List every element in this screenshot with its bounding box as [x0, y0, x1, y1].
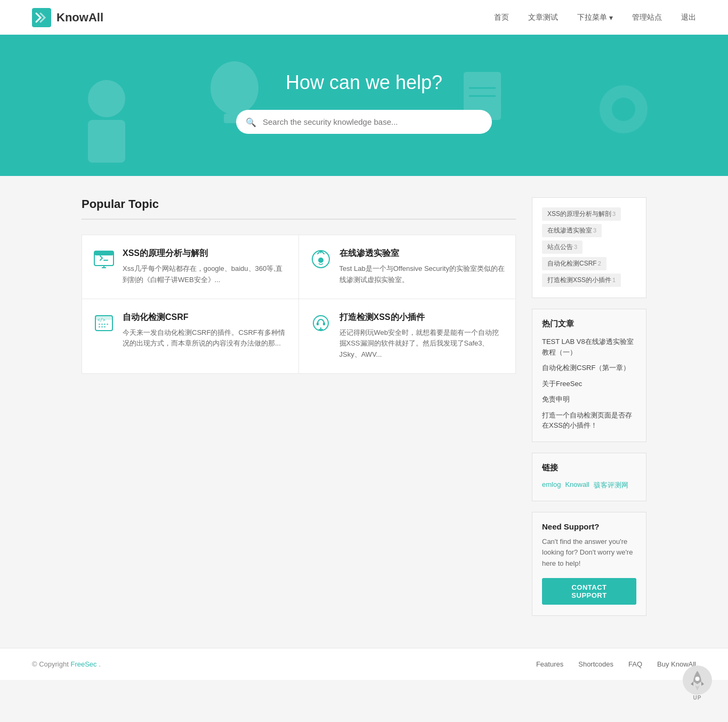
tag-csrf[interactable]: 自动化检测CSRF2 [542, 257, 606, 270]
topic-content-xss: XSS的原理分析与解剖 Xss几乎每个网站都存在，google、baidu、36… [123, 248, 288, 286]
hot-articles-widget: 热门文章 TEST LAB V8在线渗透实验室教程（一） 自动化检测CSRF（第… [532, 309, 646, 442]
svg-rect-2 [88, 120, 125, 163]
topic-icon-xss-plugin [310, 312, 332, 334]
hot-article-5[interactable]: 打造一个自动检测页面是否存在XSS的小插件！ [542, 410, 636, 431]
svg-point-16 [318, 258, 323, 263]
tag-lab[interactable]: 在线渗透实验室3 [542, 224, 602, 237]
link-emlog[interactable]: emlog [542, 480, 561, 490]
topic-icon-lab [310, 248, 332, 270]
divider [82, 219, 516, 220]
contact-support-button[interactable]: CONTACT SUPPORT [542, 578, 636, 605]
hero-section: How can we help? 🔍 [0, 35, 728, 176]
tag-xss-plugin[interactable]: 打造检测XSS的小插件1 [542, 274, 621, 287]
search-icon: 🔍 [246, 117, 256, 127]
logo-icon [32, 8, 51, 27]
hot-article-2[interactable]: 自动化检测CSRF（第一章） [542, 363, 636, 373]
nav-admin[interactable]: 管理站点 [632, 13, 662, 22]
topic-content-csrf: 自动化检测CSRF 今天来一发自动化检测CSRF的插件。CSRF有多种情况的出现… [123, 312, 288, 350]
link-knowall[interactable]: Knowall [565, 480, 589, 490]
hot-article-4[interactable]: 免责申明 [542, 394, 636, 405]
search-input[interactable] [236, 110, 492, 134]
right-column: XSS的原理分析与解剖3 在线渗透实验室3 站点公告3 自动化检测CSRF2 打… [532, 197, 646, 616]
svg-rect-11 [94, 251, 114, 255]
logo[interactable]: KnowAll [32, 8, 103, 27]
topic-icon-xss [93, 248, 115, 270]
topic-card-csrf[interactable]: </> 自动化检测CSRF 今天来一发自动化检测CSRF的插件。CSRF有多种情… [82, 299, 299, 373]
tag-xss[interactable]: XSS的原理分析与解剖3 [542, 207, 621, 221]
footer-right: Features Shortcodes FAQ Buy KnowAll [536, 660, 696, 668]
hot-article-1[interactable]: TEST LAB V8在线渗透实验室教程（一） [542, 336, 636, 357]
topic-content-xss-plugin: 打造检测XSS的小插件 还记得刚玩Web安全时，就想着要是能有一个自动挖掘XSS… [339, 312, 505, 360]
svg-point-3 [211, 61, 258, 115]
support-description: Can't find the answer you're looking for… [542, 536, 636, 569]
svg-point-1 [88, 80, 125, 117]
nav-dropdown[interactable]: 下拉菜单 ▾ [577, 13, 613, 22]
rocket-icon [683, 665, 712, 680]
logo-text: KnowAll [56, 11, 103, 25]
footer-shortcodes[interactable]: Shortcodes [578, 660, 613, 668]
links-title: 链接 [542, 463, 636, 473]
link-tags: emlog Knowall 骇客评测网 [542, 480, 636, 490]
topic-card-xss-plugin[interactable]: 打造检测XSS的小插件 还记得刚玩Web安全时，就想着要是能有一个自动挖掘XSS… [299, 299, 516, 373]
main-content: Popular Topic XSS的原理分析与解剖 Xs [71, 176, 657, 648]
tag-notice[interactable]: 站点公告3 [542, 240, 583, 254]
link-haike[interactable]: 骇客评测网 [594, 480, 628, 490]
hot-articles-title: 热门文章 [542, 319, 636, 329]
nav-home[interactable]: 首页 [494, 13, 509, 22]
support-title: Need Support? [542, 522, 636, 531]
footer-left: © Copyright FreeSec . [32, 660, 101, 668]
nav-articles[interactable]: 文章测试 [528, 13, 558, 22]
section-title: Popular Topic [82, 197, 516, 211]
topics-grid: XSS的原理分析与解剖 Xss几乎每个网站都存在，google、baidu、36… [82, 235, 516, 374]
chevron-down-icon: ▾ [609, 13, 613, 22]
footer-features[interactable]: Features [536, 660, 563, 668]
scroll-to-top[interactable]: UP [683, 665, 712, 680]
nav: 首页 文章测试 下拉菜单 ▾ 管理站点 退出 [494, 13, 696, 22]
hero-background [0, 35, 728, 176]
topic-icon-csrf: </> [93, 312, 115, 334]
left-column: Popular Topic XSS的原理分析与解剖 Xs [82, 197, 516, 374]
hot-article-3[interactable]: 关于FreeSec [542, 379, 636, 389]
svg-text:</>: </> [98, 318, 106, 323]
footer-faq[interactable]: FAQ [628, 660, 642, 668]
tag-list: XSS的原理分析与解剖3 在线渗透实验室3 站点公告3 自动化检测CSRF2 打… [542, 207, 636, 287]
topic-card-xss[interactable]: XSS的原理分析与解剖 Xss几乎每个网站都存在，google、baidu、36… [82, 235, 299, 299]
topic-content-lab: 在线渗透实验室 Test Lab是一个与Offensive Security的实… [339, 248, 505, 286]
hero-title: How can we help? [286, 71, 442, 94]
tags-widget: XSS的原理分析与解剖3 在线渗透实验室3 站点公告3 自动化检测CSRF2 打… [532, 197, 646, 298]
svg-point-9 [612, 98, 635, 121]
nav-logout[interactable]: 退出 [681, 13, 696, 22]
svg-rect-24 [323, 323, 325, 325]
search-bar: 🔍 [236, 110, 492, 134]
footer: © Copyright FreeSec . Features Shortcode… [0, 648, 728, 680]
svg-rect-23 [317, 323, 319, 325]
footer-copyright-link[interactable]: FreeSec [70, 660, 96, 668]
links-widget: 链接 emlog Knowall 骇客评测网 [532, 453, 646, 501]
header: KnowAll 首页 文章测试 下拉菜单 ▾ 管理站点 退出 [0, 0, 728, 35]
topic-card-lab[interactable]: 在线渗透实验室 Test Lab是一个与Offensive Security的实… [299, 235, 516, 299]
support-widget: Need Support? Can't find the answer you'… [532, 512, 646, 616]
